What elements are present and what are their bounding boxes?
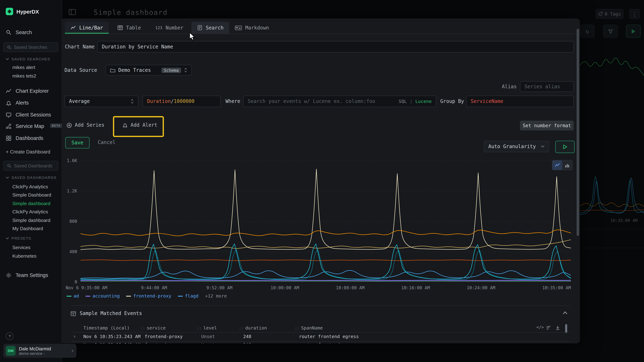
where-placeholder: Search your events w/ Lucene ex. column:… (248, 98, 396, 104)
column-header-duration[interactable]: ⋮⋮ duration (238, 325, 267, 331)
saved-dashboards-input[interactable]: Saved Dashboards (3, 161, 58, 171)
legend-item[interactable]: frontend-proxy (126, 293, 172, 299)
cell-service[interactable]: frontend-proxy (144, 334, 183, 339)
lucene-toggle[interactable]: Lucene (416, 99, 432, 104)
column-header-level[interactable]: ⋮⋮ level (196, 325, 217, 331)
cancel-button[interactable]: Cancel (98, 137, 116, 148)
sidebar-item-team-settings[interactable]: Team Settings (6, 272, 48, 279)
save-button[interactable]: Save (65, 137, 90, 149)
saved-search-item[interactable]: mikes tets2 (12, 73, 36, 78)
bar-view-toggle[interactable] (562, 161, 572, 170)
tab-search[interactable]: Search (192, 22, 229, 34)
avatar: DM (6, 346, 16, 356)
sidebar-item-service-map[interactable]: Service Map (6, 123, 44, 130)
drag-handle-icon[interactable]: ⋮⋮ (196, 326, 201, 330)
legend-item[interactable]: flagd (178, 293, 198, 299)
group-by-input[interactable]: ServiceName (466, 96, 574, 107)
section-header-label: PRESETS (12, 236, 31, 240)
legend-more[interactable]: +12 more (205, 293, 227, 299)
cell-timestamp[interactable]: Nov 6 10:35:23.243 AM (83, 342, 140, 344)
series-alias-input[interactable]: Series alias (520, 81, 574, 92)
column-header-label: service (147, 325, 166, 331)
sidebar-item-dashboards[interactable]: Dashboards (6, 135, 43, 142)
legend-item[interactable]: ad (66, 293, 79, 299)
sidebar-item-alerts[interactable]: Alerts (6, 99, 28, 107)
gear-icon (6, 272, 12, 278)
sidebar-item-dashboard[interactable]: Simple dashboard (12, 218, 50, 223)
sidebar-item-preset[interactable]: Services (12, 245, 30, 250)
cell-spanname[interactable]: router frontend egress (299, 334, 359, 339)
sidebar-item-dashboard[interactable]: ClickPy Analytics (12, 209, 48, 214)
sidebar-item-label: Alerts (16, 100, 28, 106)
drag-handle-icon[interactable]: ⋮⋮ (140, 326, 145, 330)
sidebar-item-dashboard-active[interactable]: Simple dashboard (12, 201, 50, 206)
sample-events-header: Sample Matched Events (71, 311, 142, 316)
field-name: Duration (147, 98, 171, 104)
granularity-select[interactable]: Auto Granularity (484, 141, 549, 152)
presets-header[interactable]: PRESETS (6, 236, 31, 240)
sql-toggle[interactable]: SQL (399, 99, 407, 104)
sidebar-item-client-sessions[interactable]: Client Sessions (6, 111, 51, 119)
tab-table[interactable]: Table (112, 22, 146, 34)
drag-handle-icon[interactable]: ⋮⋮ (238, 326, 243, 330)
add-series-button[interactable]: Add Series (66, 120, 104, 130)
row-expand-chevron[interactable]: › (73, 334, 76, 339)
create-dashboard-button[interactable]: + Create Dashboard (6, 149, 50, 155)
sidebar-item-label: Search (16, 29, 32, 35)
where-search-input[interactable]: Search your events w/ Lucene ex. column:… (243, 96, 436, 107)
field-expression-input[interactable]: Duration / 1000000 (142, 96, 220, 107)
drag-handle-icon[interactable]: ⋮⋮ (294, 326, 299, 330)
sidebar-item-dashboard[interactable]: Simple Dashboard (12, 192, 51, 197)
cell-level[interactable]: Unset (201, 334, 215, 339)
sort-filter-icon[interactable] (546, 325, 551, 330)
cell-duration[interactable]: 248 (243, 342, 251, 344)
aggregation-select[interactable]: Average (64, 96, 138, 107)
hyperdx-logo-icon[interactable] (6, 8, 13, 15)
y-tick-label: 800 (61, 218, 77, 223)
column-header-timestamp[interactable]: Timestamp (Local) (83, 325, 130, 331)
sidebar-item-preset[interactable]: Kubernetes (12, 254, 36, 259)
legend-item[interactable]: accounting (86, 293, 120, 299)
collapse-chevron-icon[interactable] (562, 311, 568, 315)
column-header-spanname[interactable]: ⋮⋮ SpanName (294, 325, 323, 331)
cell-level[interactable]: Unset (201, 342, 215, 344)
modal-scrollbar[interactable] (576, 29, 579, 236)
tab-markdown[interactable]: Markdown (229, 22, 274, 34)
search-icon (7, 164, 12, 168)
field-denominator: 1000000 (174, 98, 194, 104)
data-source-label: Data Source (64, 65, 97, 76)
saved-dashboards-header[interactable]: SAVED DASHBOARDS (6, 176, 56, 180)
sidebar-item-label: Chart Explorer (16, 88, 49, 94)
column-header-service[interactable]: ⋮⋮ service (140, 325, 166, 331)
chart-name-input[interactable]: Duration by Service Name (97, 41, 574, 52)
cell-timestamp[interactable]: Nov 6 10:35:23.243 AM (83, 334, 140, 339)
sidebar-item-chart-explorer[interactable]: Chart Explorer (6, 87, 49, 95)
view-code-icon[interactable]: </> (536, 325, 544, 329)
saved-search-item[interactable]: mikes alert (12, 65, 35, 70)
download-icon[interactable] (555, 325, 560, 330)
saved-searches-header[interactable]: SAVED SEARCHES (6, 57, 50, 61)
set-number-format-button[interactable]: Set number format (520, 121, 574, 130)
bar-chart-icon (565, 163, 570, 168)
saved-searches-input[interactable]: Saved Searches (3, 42, 58, 52)
user-menu[interactable]: DM Dale McDiarmid demo-service - › (3, 344, 76, 358)
dashboards-icon (6, 135, 12, 141)
sidebar-item-dashboard[interactable]: My Dashboard (12, 226, 43, 231)
run-chart-button[interactable] (555, 141, 574, 153)
line-view-toggle[interactable] (552, 161, 562, 170)
group-by-label: Group By (440, 96, 464, 107)
data-source-select[interactable]: Demo Traces Schema (106, 65, 192, 76)
search-icon (7, 45, 12, 49)
tab-line-bar[interactable]: Line/Bar (65, 22, 109, 34)
cell-spanname[interactable]: router frontend egress (299, 342, 359, 344)
tab-number[interactable]: 123 Number (150, 22, 189, 34)
sidebar-item-dashboard[interactable]: ClickPy Analytics (12, 184, 48, 189)
help-button[interactable]: ? (6, 332, 14, 340)
cell-service[interactable]: frontend-proxy (144, 342, 183, 344)
add-alert-button[interactable]: Add Alert (122, 120, 157, 130)
sidebar-item-search[interactable]: Search (6, 29, 32, 36)
events-scrollbar[interactable] (565, 324, 567, 333)
markdown-icon (235, 25, 242, 30)
alias-placeholder: Series alias (524, 84, 560, 89)
cell-duration[interactable]: 248 (243, 334, 251, 339)
